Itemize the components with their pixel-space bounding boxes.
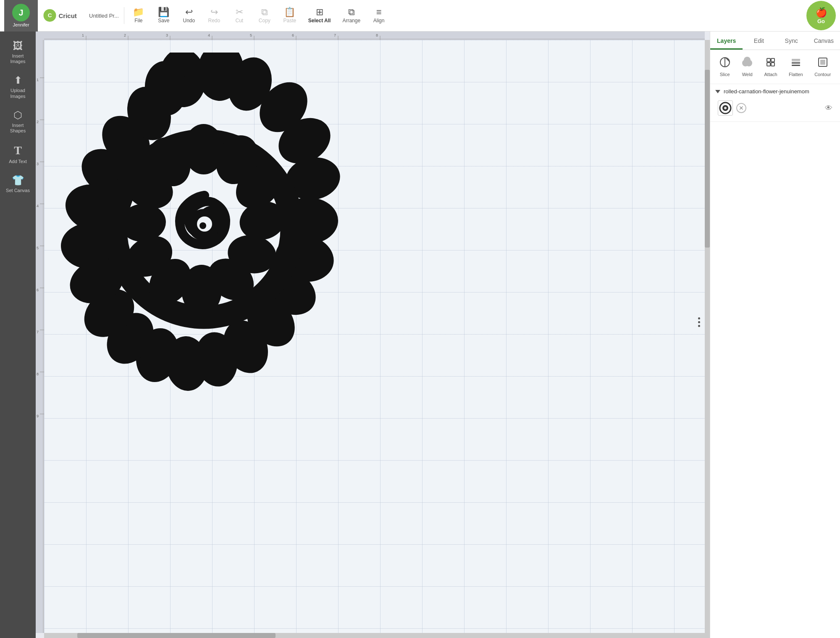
svg-text:1: 1 <box>37 78 39 82</box>
sidebar-item-set-canvas[interactable]: 👕 Set Canvas <box>0 169 36 198</box>
sidebar-insert-images-label: InsertImages <box>10 53 25 64</box>
canvas-grid[interactable] <box>44 40 705 633</box>
align-icon: ≡ <box>376 8 382 17</box>
insert-shapes-icon: ⬡ <box>13 109 22 121</box>
redo-label: Redo <box>208 18 220 24</box>
svg-text:7: 7 <box>334 33 336 37</box>
sidebar-upload-images-label: UploadImages <box>10 88 25 99</box>
svg-point-94 <box>724 107 727 109</box>
set-canvas-icon: 👕 <box>12 174 24 186</box>
select-all-button[interactable]: ⊞ Select All <box>302 0 337 32</box>
flower-container[interactable] <box>57 53 363 420</box>
flatten-icon <box>790 57 801 70</box>
tab-canvas[interactable]: Canvas <box>808 32 840 50</box>
sidebar-insert-shapes-label: InsertShapes <box>10 123 26 134</box>
svg-rect-85 <box>767 63 770 66</box>
attach-icon <box>765 57 776 70</box>
tool-slice[interactable]: Slice <box>715 54 735 79</box>
flatten-label: Flatten <box>789 72 803 77</box>
paste-button[interactable]: 📋 Paste <box>277 0 302 32</box>
undo-button[interactable]: ↩ Undo <box>176 0 202 32</box>
sidebar-item-insert-shapes[interactable]: ⬡ InsertShapes <box>0 104 36 139</box>
go-icon: 🍎 <box>816 7 827 18</box>
sidebar-add-text-label: Add Text <box>9 159 27 164</box>
project-title[interactable]: Untitled Pr... <box>86 13 122 19</box>
select-all-label: Select All <box>308 18 331 24</box>
undo-label: Undo <box>183 18 195 24</box>
cut-button[interactable]: ✂ Cut <box>227 0 252 32</box>
svg-text:5: 5 <box>250 33 252 37</box>
panel-tabs: Layers Edit Sync Canvas <box>710 32 840 50</box>
svg-text:2: 2 <box>124 33 126 37</box>
arrange-button[interactable]: ⧉ Arrange <box>336 0 366 32</box>
slice-label: Slice <box>720 72 730 77</box>
layer-visibility-toggle[interactable]: 👁 <box>825 104 832 113</box>
tool-flatten[interactable]: Flatten <box>785 54 807 79</box>
dot-1 <box>698 317 700 319</box>
sidebar-set-canvas-label: Set Canvas <box>6 188 30 193</box>
layer-item[interactable]: ✕ 👁 <box>715 99 835 117</box>
panel-tools: Slice Weld <box>710 50 840 84</box>
cut-icon: ✂ <box>236 8 243 17</box>
svg-text:4: 4 <box>208 33 210 37</box>
user-area[interactable]: J Jennifer <box>4 0 38 32</box>
svg-text:Cricut: Cricut <box>59 12 77 19</box>
canvas-scrollbar-vertical[interactable] <box>705 40 710 633</box>
tab-edit[interactable]: Edit <box>743 32 775 50</box>
tab-edit-label: Edit <box>754 37 764 44</box>
canvas-area[interactable]: 1 2 3 4 5 6 7 8 1 <box>36 32 710 638</box>
tab-sync[interactable]: Sync <box>775 32 808 50</box>
file-icon: 📁 <box>133 8 144 17</box>
go-button[interactable]: 🍎 Go <box>806 1 836 30</box>
svg-text:4: 4 <box>37 204 39 208</box>
layer-group-header[interactable]: rolled-carnation-flower-jenuinemom <box>715 88 835 95</box>
copy-button[interactable]: ⧉ Copy <box>252 0 277 32</box>
file-button[interactable]: 📁 File <box>126 0 151 32</box>
copy-label: Copy <box>259 18 270 24</box>
sidebar-item-add-text[interactable]: T Add Text <box>0 139 36 169</box>
user-avatar: J <box>12 4 30 21</box>
align-label: Align <box>373 18 385 24</box>
svg-rect-87 <box>792 59 800 61</box>
sidebar-item-insert-images[interactable]: 🖼 InsertImages <box>0 35 36 69</box>
insert-images-icon: 🖼 <box>13 40 23 52</box>
svg-text:9: 9 <box>37 414 39 418</box>
save-icon: 💾 <box>158 8 169 17</box>
redo-button[interactable]: ↪ Redo <box>202 0 227 32</box>
svg-point-82 <box>744 57 751 63</box>
attach-label: Attach <box>764 72 777 77</box>
align-button[interactable]: ≡ Align <box>366 0 391 32</box>
tool-attach[interactable]: Attach <box>760 54 782 79</box>
save-button[interactable]: 💾 Save <box>151 0 176 32</box>
arrange-icon: ⧉ <box>348 8 355 17</box>
layer-group-name: rolled-carnation-flower-jenuinemom <box>724 88 809 95</box>
svg-text:2: 2 <box>37 120 39 124</box>
canvas-scrollbar-horizontal[interactable] <box>44 633 705 638</box>
tab-sync-label: Sync <box>785 37 798 44</box>
weld-label: Weld <box>742 72 753 77</box>
weld-icon <box>742 57 753 70</box>
file-label: File <box>134 18 142 24</box>
layer-expand-icon[interactable] <box>715 90 720 93</box>
svg-text:7: 7 <box>37 330 39 334</box>
redo-icon: ↪ <box>210 8 218 17</box>
svg-rect-86 <box>771 63 774 66</box>
sidebar-item-upload-images[interactable]: ⬆ UploadImages <box>0 69 36 104</box>
tool-contour[interactable]: Contour <box>810 54 835 79</box>
three-dots-menu[interactable] <box>694 310 704 335</box>
tab-layers[interactable]: Layers <box>710 32 743 50</box>
slice-icon <box>719 57 730 70</box>
cricut-logo[interactable]: C Cricut <box>38 0 86 32</box>
svg-text:C: C <box>48 12 52 18</box>
svg-text:6: 6 <box>37 288 39 292</box>
svg-text:1: 1 <box>82 33 84 37</box>
select-all-icon: ⊞ <box>316 8 323 17</box>
svg-text:8: 8 <box>376 33 378 37</box>
tool-weld[interactable]: Weld <box>738 54 757 79</box>
topbar: J Jennifer C Cricut Untitled Pr... 📁 Fil… <box>0 0 840 32</box>
tab-layers-label: Layers <box>717 37 736 44</box>
tab-canvas-label: Canvas <box>814 37 834 44</box>
svg-rect-83 <box>767 58 770 62</box>
dot-2 <box>698 321 700 323</box>
svg-text:3: 3 <box>37 162 39 166</box>
